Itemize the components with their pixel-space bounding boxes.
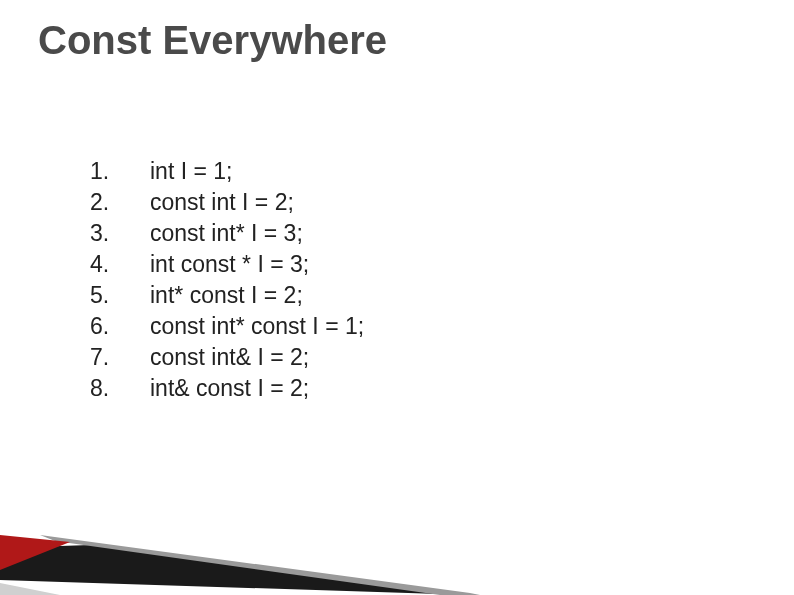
list-number: 6.: [90, 313, 150, 340]
list-item: 4. int const * I = 3;: [90, 251, 364, 278]
page-title: Const Everywhere: [38, 18, 387, 63]
list-number: 1.: [90, 158, 150, 185]
list-item: 7. const int& I = 2;: [90, 344, 364, 371]
list-item: 6. const int* const I = 1;: [90, 313, 364, 340]
svg-marker-1: [40, 535, 480, 595]
footer-decoration: [0, 475, 794, 595]
list-number: 7.: [90, 344, 150, 371]
code-list: 1. int I = 1; 2. const int I = 2; 3. con…: [90, 158, 364, 406]
list-number: 2.: [90, 189, 150, 216]
svg-marker-3: [0, 583, 60, 595]
list-text: int* const I = 2;: [150, 282, 303, 309]
svg-marker-0: [0, 545, 470, 595]
list-number: 3.: [90, 220, 150, 247]
list-text: int I = 1;: [150, 158, 232, 185]
list-item: 3. const int* I = 3;: [90, 220, 364, 247]
list-item: 5. int* const I = 2;: [90, 282, 364, 309]
list-text: int& const I = 2;: [150, 375, 309, 402]
list-number: 5.: [90, 282, 150, 309]
list-text: const int I = 2;: [150, 189, 294, 216]
svg-marker-2: [0, 535, 70, 570]
list-item: 8. int& const I = 2;: [90, 375, 364, 402]
list-text: const int& I = 2;: [150, 344, 309, 371]
list-number: 4.: [90, 251, 150, 278]
list-text: int const * I = 3;: [150, 251, 309, 278]
list-item: 2. const int I = 2;: [90, 189, 364, 216]
list-text: const int* I = 3;: [150, 220, 303, 247]
list-text: const int* const I = 1;: [150, 313, 364, 340]
list-number: 8.: [90, 375, 150, 402]
list-item: 1. int I = 1;: [90, 158, 364, 185]
